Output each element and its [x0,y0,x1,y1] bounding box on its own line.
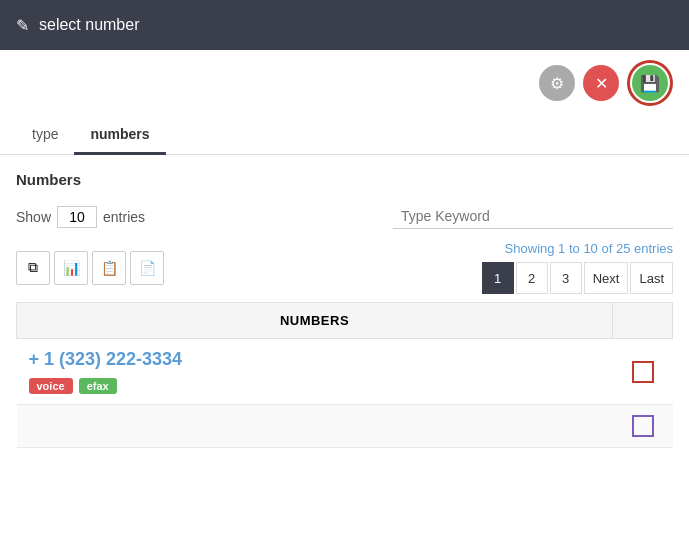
toolbar: ⚙ ✕ 💾 [0,50,689,116]
showing-info: Showing 1 to 10 of 25 entries [505,241,673,256]
csv-button[interactable]: 📋 [92,251,126,285]
page-1-button[interactable]: 1 [482,262,514,294]
copy-button[interactable]: ⧉ [16,251,50,285]
number-cell-2 [17,405,613,448]
copy-icon: ⧉ [28,259,38,276]
phone-number: + 1 (323) 222-3334 [29,349,601,370]
section-title: Numbers [16,171,673,188]
pagination-area: Showing 1 to 10 of 25 entries 1 2 3 Next… [482,241,673,294]
col-select [613,303,673,339]
table-row [17,405,673,448]
tag-efax: efax [79,378,117,394]
tab-numbers[interactable]: numbers [74,116,165,155]
select-cell[interactable] [613,339,673,405]
show-label: Show [16,209,51,225]
entries-label: entries [103,209,145,225]
page-next-button[interactable]: Next [584,262,629,294]
save-icon: 💾 [640,74,660,93]
entries-input[interactable] [57,206,97,228]
config-button[interactable]: ⚙ [539,65,575,101]
select-checkbox-red[interactable] [632,361,654,383]
tab-type[interactable]: type [16,116,74,155]
save-button[interactable]: 💾 [632,65,668,101]
app-header: ✎ select number [0,0,689,50]
table-row: + 1 (323) 222-3334 voice efax [17,339,673,405]
page-last-button[interactable]: Last [630,262,673,294]
excel-icon: 📊 [63,260,80,276]
phone-number-2 [29,416,601,437]
tag-voice: voice [29,378,73,394]
export-buttons: ⧉ 📊 📋 📄 [16,251,164,285]
csv-icon: 📋 [101,260,118,276]
select-checkbox-purple[interactable] [632,415,654,437]
config-icon: ⚙ [550,74,564,93]
show-entries: Show entries [16,206,145,228]
save-button-wrapper: 💾 [627,60,673,106]
tags-row: voice efax [29,378,601,394]
page-2-button[interactable]: 2 [516,262,548,294]
number-cell: + 1 (323) 222-3334 voice efax [17,339,613,405]
numbers-table: NUMBERS + 1 (323) 222-3334 voice efax [16,302,673,448]
page-3-button[interactable]: 3 [550,262,582,294]
pdf-icon: 📄 [139,260,156,276]
controls-row: Show entries [16,204,673,229]
col-numbers: NUMBERS [17,303,613,339]
search-input[interactable] [393,204,673,229]
pagination: 1 2 3 Next Last [482,262,673,294]
tab-bar: type numbers [0,116,689,155]
select-cell-2[interactable] [613,405,673,448]
pdf-button[interactable]: 📄 [130,251,164,285]
excel-button[interactable]: 📊 [54,251,88,285]
close-icon: ✕ [595,74,608,93]
edit-icon: ✎ [16,16,29,35]
close-button[interactable]: ✕ [583,65,619,101]
main-content: Numbers Show entries ⧉ 📊 📋 📄 Showing [0,155,689,464]
page-title: select number [39,16,140,34]
export-pagination-row: ⧉ 📊 📋 📄 Showing 1 to 10 of 25 entries 1 … [16,241,673,294]
